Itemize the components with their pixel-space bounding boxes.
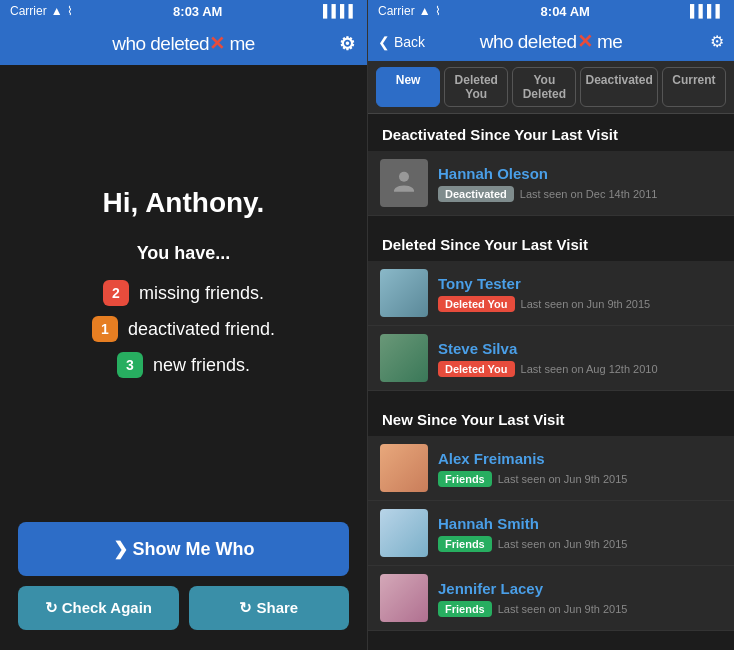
tab-deleted-you[interactable]: Deleted You [444,67,508,107]
friend-name: Tony Tester [438,275,722,292]
stat-row-new: 3 new friends. [117,352,250,378]
friend-meta: Friends Last seen on Jun 9th 2015 [438,536,722,552]
tab-you-deleted[interactable]: You Deleted [512,67,576,107]
right-header: ❮ Back who deleted✕ me ⚙ [368,22,734,61]
missing-text: missing friends. [139,283,264,304]
friend-info-hannah-smith: Hannah Smith Friends Last seen on Jun 9t… [438,515,722,552]
right-time: 8:04 AM [541,4,590,19]
right-battery: ▌▌▌▌ [690,4,724,18]
right-x-icon: ✕ [577,31,593,52]
left-panel: Carrier ▲ ⌇ 8:03 AM ▌▌▌▌ who deleted✕ me… [0,0,367,650]
left-wifi-icon: ⌇ [67,4,73,18]
section-new-header: New Since Your Last Visit [368,399,734,436]
right-gear-icon[interactable]: ⚙ [710,32,724,51]
left-buttons: ❯ Show Me Who ↻ Check Again ↻ Share [0,510,367,650]
back-button[interactable]: ❮ Back [378,34,425,50]
list-item: Steve Silva Deleted You Last seen on Aug… [368,326,734,391]
you-have-text: You have... [137,243,231,264]
avatar-hannah-smith [380,509,428,557]
friend-meta: Friends Last seen on Jun 9th 2015 [438,471,722,487]
friend-info-jennifer: Jennifer Lacey Friends Last seen on Jun … [438,580,722,617]
right-app-title: who deleted✕ me [480,30,623,53]
avatar-tony-tester [380,269,428,317]
last-seen: Last seen on Jun 9th 2015 [498,473,628,485]
avatar-alex-freimanis [380,444,428,492]
last-seen: Last seen on Jun 9th 2015 [521,298,651,310]
stat-row-missing: 2 missing friends. [103,280,264,306]
left-carrier-text: Carrier [10,4,47,18]
greeting-text: Hi, Anthony. [103,187,265,219]
last-seen: Last seen on Dec 14th 2011 [520,188,658,200]
left-battery-icon: ▌▌▌▌ [323,4,357,18]
right-content-scroll: Deactivated Since Your Last Visit Hannah… [368,114,734,650]
right-signal-icon: ▲ [419,4,431,18]
right-carrier-text: Carrier [378,4,415,18]
right-wifi-icon: ⌇ [435,4,441,18]
friend-name: Hannah Smith [438,515,722,532]
avatar-steve-silva [380,334,428,382]
section-divider [368,216,734,224]
left-header: who deleted✕ me ⚙ [0,22,367,65]
last-seen: Last seen on Jun 9th 2015 [498,538,628,550]
tag-deleted-you: Deleted You [438,296,515,312]
tab-current[interactable]: Current [662,67,726,107]
friend-name: Alex Freimanis [438,450,722,467]
tag-deactivated: Deactivated [438,186,514,202]
tag-friends: Friends [438,601,492,617]
new-badge: 3 [117,352,143,378]
right-panel: Carrier ▲ ⌇ 8:04 AM ▌▌▌▌ ❮ Back who dele… [367,0,734,650]
missing-badge: 2 [103,280,129,306]
avatar-hannah-oleson [380,159,428,207]
friend-name: Hannah Oleson [438,165,722,182]
list-item: Tony Tester Deleted You Last seen on Jun… [368,261,734,326]
deactivated-text: deactivated friend. [128,319,275,340]
tag-friends: Friends [438,471,492,487]
show-me-who-button[interactable]: ❯ Show Me Who [18,522,349,576]
left-content: Hi, Anthony. You have... 2 missing frien… [0,65,367,510]
tab-deactivated[interactable]: Deactivated [580,67,657,107]
person-icon [389,168,419,198]
left-signal-icon: ▲ [51,4,63,18]
right-carrier: Carrier ▲ ⌇ [378,4,441,18]
list-item: Hannah Smith Friends Last seen on Jun 9t… [368,501,734,566]
deactivated-badge: 1 [92,316,118,342]
left-app-title: who deleted✕ me [112,32,255,55]
friend-info-steve: Steve Silva Deleted You Last seen on Aug… [438,340,722,377]
list-item: Hannah Oleson Deactivated Last seen on D… [368,151,734,216]
last-seen: Last seen on Aug 12th 2010 [521,363,658,375]
avatar-jennifer-lacey [380,574,428,622]
svg-point-0 [399,172,409,182]
share-button[interactable]: ↻ Share [189,586,350,630]
section-deleted-header: Deleted Since Your Last Visit [368,224,734,261]
section-deactivated-header: Deactivated Since Your Last Visit [368,114,734,151]
tag-friends: Friends [438,536,492,552]
stat-row-deactivated: 1 deactivated friend. [92,316,275,342]
new-text: new friends. [153,355,250,376]
friend-name: Steve Silva [438,340,722,357]
tab-new[interactable]: New [376,67,440,107]
friend-meta: Deleted You Last seen on Aug 12th 2010 [438,361,722,377]
left-status-bar: Carrier ▲ ⌇ 8:03 AM ▌▌▌▌ [0,0,367,22]
left-gear-icon[interactable]: ⚙ [339,33,355,55]
friend-info-hannah-oleson: Hannah Oleson Deactivated Last seen on D… [438,165,722,202]
left-time: 8:03 AM [173,4,222,19]
right-status-bar: Carrier ▲ ⌇ 8:04 AM ▌▌▌▌ [368,0,734,22]
check-again-button[interactable]: ↻ Check Again [18,586,179,630]
friend-meta: Deactivated Last seen on Dec 14th 2011 [438,186,722,202]
friend-info-tony: Tony Tester Deleted You Last seen on Jun… [438,275,722,312]
tag-deleted-you: Deleted You [438,361,515,377]
left-battery: ▌▌▌▌ [323,4,357,18]
friend-meta: Friends Last seen on Jun 9th 2015 [438,601,722,617]
tab-bar: New Deleted You You Deleted Deactivated … [368,61,734,114]
friend-info-alex: Alex Freimanis Friends Last seen on Jun … [438,450,722,487]
friend-name: Jennifer Lacey [438,580,722,597]
last-seen: Last seen on Jun 9th 2015 [498,603,628,615]
left-x-icon: ✕ [209,33,225,54]
right-battery-icon: ▌▌▌▌ [690,4,724,18]
section-divider [368,391,734,399]
secondary-button-row: ↻ Check Again ↻ Share [18,586,349,630]
left-carrier: Carrier ▲ ⌇ [10,4,73,18]
list-item: Alex Freimanis Friends Last seen on Jun … [368,436,734,501]
list-item: Jennifer Lacey Friends Last seen on Jun … [368,566,734,631]
friend-meta: Deleted You Last seen on Jun 9th 2015 [438,296,722,312]
